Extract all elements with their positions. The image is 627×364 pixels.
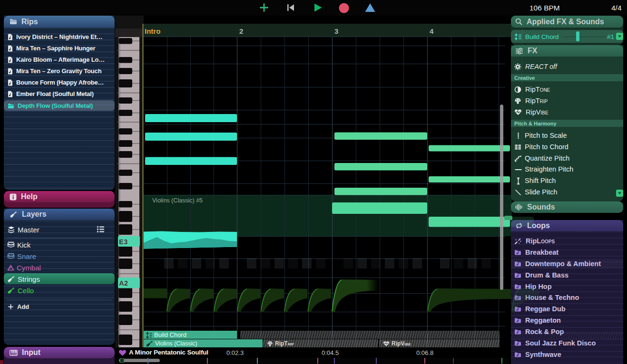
svg-text:A2: A2 bbox=[119, 279, 128, 287]
svg-text:E3: E3 bbox=[119, 238, 127, 246]
svg-text:2: 2 bbox=[239, 27, 243, 35]
svg-text:Violins (Classic) #5: Violins (Classic) #5 bbox=[152, 197, 203, 204]
svg-text:4: 4 bbox=[430, 27, 434, 35]
svg-text:3: 3 bbox=[334, 27, 338, 35]
svg-text:Intro: Intro bbox=[145, 27, 160, 35]
